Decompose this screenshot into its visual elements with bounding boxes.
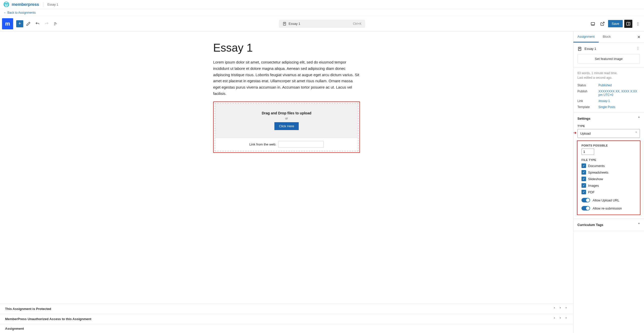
drop-title: Drag and Drop files to upload [220, 111, 353, 115]
panel-toggle-icon[interactable]: ˅ [564, 306, 568, 311]
last-edited: Last edited a second ago. [577, 75, 640, 80]
panel-unauthorized-label: MemberPress Unauthorized Access to this … [5, 317, 91, 321]
allow-upload-url-label: Allow Upload URL [593, 198, 619, 202]
status-value[interactable]: Published [598, 84, 640, 87]
upload-block-selected[interactable]: Drag and Drop files to upload or Click H… [213, 101, 360, 153]
filetype-label: FILE TYPE [581, 158, 636, 161]
options-menu-button[interactable] [634, 20, 642, 28]
back-row: ← Back to Assignments [0, 9, 644, 16]
undo-button[interactable] [33, 20, 42, 28]
document-title: Essay 1 [289, 22, 300, 26]
publish-value[interactable]: XXXXXXXX XX, XXXX X:XX pm UTC+0 [598, 90, 640, 97]
chevron-up-icon: ˄ [638, 116, 640, 121]
redo-button[interactable] [43, 20, 51, 28]
publish-label: Publish [577, 90, 596, 97]
svg-point-16 [638, 47, 638, 47]
filetype-spreadsheets-label: Spreadsheets [588, 171, 608, 174]
svg-point-17 [638, 48, 638, 49]
type-label: TYPE [577, 124, 640, 128]
brand-name: memberpress [12, 2, 39, 7]
redo-icon [44, 22, 49, 26]
panel-assignment-label: Assignment [5, 327, 24, 330]
tab-block[interactable]: Block [599, 31, 615, 43]
filetype-images-label: Images [588, 184, 599, 188]
editor-canvas[interactable]: Essay 1 Lorem ipsum dolor sit amet, cons… [0, 31, 573, 304]
edit-tools-button[interactable] [24, 20, 32, 28]
points-input[interactable] [581, 149, 594, 155]
document-title-command[interactable]: Essay 1 Ctrl+K [279, 20, 365, 28]
filetype-documents[interactable]: ✓ Documents [581, 163, 636, 168]
view-button[interactable] [589, 20, 597, 28]
svg-point-11 [638, 23, 638, 24]
divider [43, 2, 43, 7]
panel-down-icon[interactable]: ˅ [558, 306, 562, 311]
allow-resubmission-label: Allow re-submission [593, 206, 622, 210]
set-featured-image-button[interactable]: Set featured image [577, 54, 640, 64]
tab-assignment[interactable]: Assignment [573, 31, 599, 43]
filetype-pdf-label: PDF [588, 190, 595, 194]
link-url-input[interactable] [278, 141, 324, 148]
checkbox-checked-icon[interactable]: ✓ [581, 163, 586, 168]
drop-zone[interactable]: Drag and Drop files to upload or Click H… [215, 103, 358, 138]
allow-resubmission-toggle[interactable] [581, 206, 590, 211]
word-count: 63 words, 1 minute read time. [577, 71, 640, 75]
filetype-images[interactable]: ✓ Images [581, 183, 636, 188]
template-value[interactable]: Single Posts [598, 105, 640, 109]
document-outline-button[interactable] [52, 20, 60, 28]
status-label: Status [577, 84, 596, 87]
checkbox-checked-icon[interactable]: ✓ [581, 177, 586, 181]
doc-actions-menu[interactable] [636, 46, 640, 51]
list-icon [53, 22, 58, 26]
link-value[interactable]: /essay-1 [598, 99, 640, 103]
checkbox-checked-icon[interactable]: ✓ [581, 170, 586, 175]
app-logo-square[interactable]: m [2, 18, 13, 29]
post-body[interactable]: Lorem ipsum dolor sit amet, consectetur … [213, 59, 360, 97]
save-button[interactable]: Save [608, 20, 623, 27]
panel-up-icon[interactable]: ˄ [553, 317, 556, 321]
memberpress-logo-icon: ⓜ [4, 1, 9, 8]
settings-sidebar-toggle[interactable] [624, 20, 632, 28]
filetype-slideshow-label: Slideshow [588, 177, 603, 181]
curriculum-tags-header[interactable]: Curriculum Tags ˅ [577, 222, 640, 227]
chevron-down-icon: ˅ [638, 222, 640, 227]
settings-panel-header[interactable]: Settings ˄ [577, 116, 640, 121]
desktop-icon [591, 22, 595, 26]
post-title[interactable]: Essay 1 [213, 41, 360, 54]
shortcut-hint: Ctrl+K [353, 22, 361, 26]
panel-protected[interactable]: This Assignment is Protected ˄ ˅ ˅ [0, 304, 573, 314]
sidebar-tabs: Assignment Block ✕ [573, 31, 644, 43]
external-link-icon [600, 22, 605, 26]
panel-up-icon[interactable]: ˄ [553, 306, 556, 311]
panel-down-icon[interactable]: ˅ [558, 317, 562, 321]
panel-assignment[interactable]: Assignment [0, 324, 573, 333]
add-block-button[interactable]: + [16, 20, 23, 27]
page-icon [283, 22, 287, 26]
filetype-slideshow[interactable]: ✓ Slideshow [581, 177, 636, 181]
sidebar-icon [626, 22, 631, 26]
filetype-pdf[interactable]: ✓ PDF [581, 190, 636, 194]
type-select[interactable]: Upload ˅ [577, 129, 640, 138]
allow-upload-url-toggle[interactable] [581, 198, 590, 202]
filetype-spreadsheets[interactable]: ✓ Spreadsheets [581, 170, 636, 175]
pencil-icon [26, 22, 31, 26]
template-label: Template [577, 105, 596, 109]
svg-rect-8 [627, 22, 630, 25]
chevron-down-icon: ˅ [635, 131, 637, 136]
filetype-documents-label: Documents [588, 164, 605, 168]
checkbox-checked-icon[interactable]: ✓ [581, 183, 586, 188]
panel-toggle-icon[interactable]: ˅ [564, 317, 568, 321]
svg-point-10 [638, 22, 638, 23]
panel-unauthorized[interactable]: MemberPress Unauthorized Access to this … [0, 314, 573, 324]
svg-point-18 [638, 49, 638, 50]
link-from-web-row: Link from the web: [215, 138, 358, 151]
click-here-button[interactable]: Click Here [274, 122, 299, 130]
close-sidebar-button[interactable]: ✕ [634, 35, 644, 39]
drop-or: or [220, 117, 353, 120]
preview-button[interactable] [598, 20, 607, 28]
kebab-icon [636, 22, 640, 26]
checkbox-checked-icon[interactable]: ✓ [581, 190, 586, 194]
settings-header-label: Settings [577, 117, 590, 120]
svg-marker-20 [575, 132, 576, 134]
svg-point-12 [638, 25, 638, 25]
back-to-assignments-link[interactable]: ← Back to Assignments [4, 11, 36, 14]
